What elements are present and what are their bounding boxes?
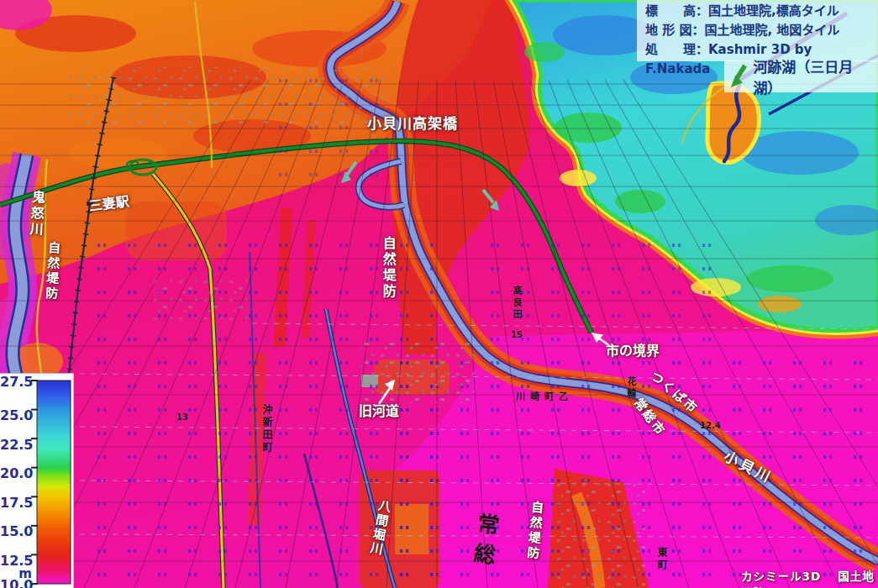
basemap-label-okishinden: 沖新田町 [260, 404, 274, 454]
oxbow-lake-callout: 河跡湖（三日月湖） [724, 60, 878, 92]
basemap-label-kawasakicho: 川崎町乙 [516, 389, 573, 402]
oxbow-lake-label: 河跡湖（三日月湖） [753, 55, 873, 97]
label-natural-levee-center: 自然堤防 [381, 236, 395, 300]
spot-elevation-13: 13 [176, 412, 188, 422]
label-kinugawa-river: 鬼怒川 [27, 189, 45, 238]
footer-credit: カシミール3D 国土地理院 [741, 567, 878, 588]
legend-tick-20-0: 20.0 [0, 467, 32, 480]
label-natural-levee-left: 自然堤防 [43, 241, 59, 302]
elevation-map-screenshot: 小貝川高架橋 三妻駅 鬼怒川 自然堤防 自然堤防 市の境界 旧河道 つくば市 常… [0, 0, 878, 588]
legend-tick-15-0: 15.0 [0, 525, 32, 538]
legend-tick-27-5: 27.5 [0, 375, 32, 389]
basemap-label-korada: 高良田 [509, 286, 523, 321]
basemap-label-hanawa: 花輪 [623, 376, 637, 400]
label-old-river-channel: 旧河道 [359, 405, 399, 419]
basemap-label-higashimachi: 東町 [655, 547, 669, 572]
legend-tick-25-0: 25.0 [0, 409, 32, 423]
elevation-legend: 27.5 25.0 22.5 20.0 17.5 15.0 12.5 m 10.… [0, 373, 74, 588]
spot-elevation-12-4: 12.4 [700, 421, 721, 430]
label-kokaigawa-viaduct: 小貝川高架橋 [367, 117, 458, 132]
credit-line-elevation: 標 高：国土地理院,標高タイル [645, 2, 873, 21]
green-arrow-icon [729, 63, 748, 90]
source-credit-box: 標 高：国土地理院,標高タイル 地 形 図：国土地理院, 地図タイル 処 理：K… [637, 0, 878, 61]
legend-tick-10-0: 10.0 [0, 579, 32, 588]
legend-tick-17-5: 17.5 [0, 496, 32, 510]
spot-elevation-15: 15 [511, 330, 523, 339]
label-city-boundary: 市の境界 [606, 344, 660, 359]
legend-tick-22-5: 22.5 [0, 438, 32, 452]
credit-line-basemap: 地 形 図：国土地理院, 地図タイル [645, 21, 873, 40]
